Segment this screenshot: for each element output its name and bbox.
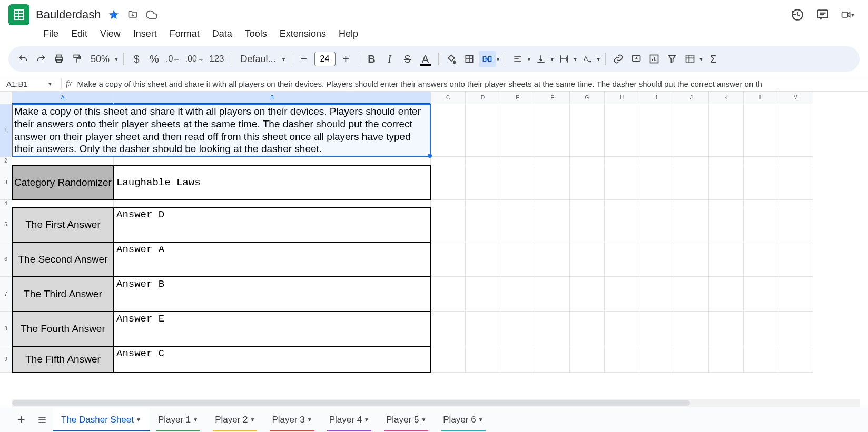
- cell[interactable]: [535, 346, 570, 373]
- formula-input[interactable]: Make a copy of this sheet and share it w…: [77, 79, 864, 88]
- column-header[interactable]: B: [114, 92, 431, 104]
- decrease-font-button[interactable]: −: [295, 51, 312, 67]
- cell[interactable]: [535, 165, 570, 200]
- chevron-down-icon[interactable]: ▼: [698, 56, 704, 62]
- cell[interactable]: [114, 157, 431, 165]
- answer-label-cell[interactable]: The Fourth Answer: [12, 312, 114, 346]
- cell[interactable]: [431, 165, 466, 200]
- chevron-down-icon[interactable]: ▼: [549, 56, 555, 62]
- chevron-down-icon[interactable]: ▼: [573, 56, 578, 62]
- cell[interactable]: [570, 312, 605, 346]
- column-header[interactable]: I: [639, 92, 674, 104]
- cell[interactable]: [639, 277, 674, 312]
- sheet-tab[interactable]: Player 2 ▼: [206, 408, 263, 431]
- cell[interactable]: [674, 277, 709, 312]
- meet-icon[interactable]: ▼: [841, 7, 855, 22]
- cell[interactable]: [500, 346, 535, 373]
- cell[interactable]: [466, 157, 500, 165]
- cell[interactable]: [744, 346, 778, 373]
- cell[interactable]: [778, 200, 813, 207]
- cell[interactable]: [466, 104, 500, 157]
- cell-a1b1[interactable]: Make a copy of this sheet and share it w…: [12, 104, 431, 157]
- cell[interactable]: [744, 104, 778, 157]
- cell[interactable]: [570, 207, 605, 242]
- answer-value-cell[interactable]: Answer C: [114, 346, 431, 373]
- answer-label-cell[interactable]: The Second Answer: [12, 242, 114, 277]
- cell[interactable]: [500, 277, 535, 312]
- add-sheet-button[interactable]: +: [11, 409, 32, 430]
- print-button[interactable]: [51, 51, 67, 67]
- answer-label-cell[interactable]: The Third Answer: [12, 277, 114, 312]
- chevron-down-icon[interactable]: ▼: [478, 417, 484, 423]
- history-icon[interactable]: [790, 7, 805, 22]
- row-header[interactable]: 7: [0, 277, 12, 312]
- cell[interactable]: [674, 157, 709, 165]
- functions-button[interactable]: Σ: [705, 51, 722, 67]
- cell[interactable]: [709, 277, 744, 312]
- cell[interactable]: [605, 312, 639, 346]
- decrease-decimal-button[interactable]: .0←: [164, 51, 182, 67]
- cell[interactable]: [500, 200, 535, 207]
- font-family-select[interactable]: Defaul...: [235, 54, 281, 65]
- text-color-button[interactable]: A: [417, 51, 434, 67]
- chevron-down-icon[interactable]: ▼: [281, 56, 287, 62]
- cell[interactable]: [12, 157, 114, 165]
- cell[interactable]: [778, 157, 813, 165]
- chevron-down-icon[interactable]: ▼: [307, 417, 312, 423]
- column-header[interactable]: D: [466, 92, 500, 104]
- row-header[interactable]: 6: [0, 242, 12, 277]
- menu-data[interactable]: Data: [207, 26, 238, 42]
- sheet-tab[interactable]: Player 1 ▼: [150, 408, 206, 431]
- column-header[interactable]: A: [12, 92, 114, 104]
- row-header[interactable]: 4: [0, 200, 12, 207]
- cell[interactable]: [674, 312, 709, 346]
- redo-button[interactable]: [33, 51, 50, 67]
- insert-chart-button[interactable]: [646, 51, 663, 67]
- cell[interactable]: [500, 165, 535, 200]
- chevron-down-icon[interactable]: ▼: [114, 56, 119, 62]
- sheet-tab[interactable]: Player 6 ▼: [435, 408, 491, 431]
- menu-edit[interactable]: Edit: [66, 26, 93, 42]
- cell[interactable]: [605, 242, 639, 277]
- sheet-tab-active[interactable]: The Dasher Sheet ▼: [53, 408, 150, 431]
- chevron-down-icon[interactable]: ▼: [364, 417, 369, 423]
- menu-help[interactable]: Help: [333, 26, 363, 42]
- cell[interactable]: [500, 207, 535, 242]
- cell[interactable]: [535, 200, 570, 207]
- cell[interactable]: [431, 157, 466, 165]
- star-icon[interactable]: [107, 8, 120, 21]
- column-header[interactable]: E: [500, 92, 535, 104]
- cell[interactable]: [466, 242, 500, 277]
- row-header[interactable]: 8: [0, 312, 12, 346]
- answer-value-cell[interactable]: Answer A: [114, 242, 431, 277]
- column-header[interactable]: G: [570, 92, 605, 104]
- menu-format[interactable]: Format: [164, 26, 205, 42]
- cell[interactable]: [639, 165, 674, 200]
- cell[interactable]: [570, 346, 605, 373]
- row-header[interactable]: 1: [0, 104, 12, 157]
- cell[interactable]: [639, 104, 674, 157]
- cell[interactable]: [500, 242, 535, 277]
- name-box[interactable]: A1:B1 ▼: [4, 79, 57, 88]
- cell[interactable]: [466, 165, 500, 200]
- cell[interactable]: [778, 346, 813, 373]
- chevron-down-icon[interactable]: ▼: [526, 56, 531, 62]
- cell[interactable]: [709, 200, 744, 207]
- sheet-tab[interactable]: Player 5 ▼: [378, 408, 435, 431]
- sheet-tab[interactable]: Player 4 ▼: [321, 408, 378, 431]
- cell[interactable]: [744, 207, 778, 242]
- cell[interactable]: [709, 104, 744, 157]
- column-header[interactable]: F: [535, 92, 570, 104]
- category-value-cell[interactable]: Laughable Laws: [114, 165, 431, 200]
- cell[interactable]: [744, 312, 778, 346]
- all-sheets-button[interactable]: [32, 409, 53, 430]
- currency-button[interactable]: $: [128, 51, 145, 67]
- text-rotation-button[interactable]: A: [579, 51, 596, 67]
- menu-extensions[interactable]: Extensions: [274, 26, 331, 42]
- paint-format-button[interactable]: [68, 51, 85, 67]
- font-size-input[interactable]: [314, 52, 336, 66]
- cell[interactable]: [605, 200, 639, 207]
- cell[interactable]: [709, 157, 744, 165]
- cell[interactable]: [535, 312, 570, 346]
- category-label-cell[interactable]: Category Randomizer: [12, 165, 114, 200]
